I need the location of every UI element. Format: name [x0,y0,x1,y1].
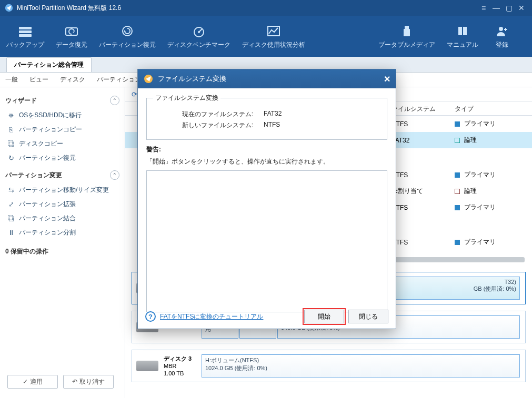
tab-partition-management[interactable]: パーティション総合管理 [6,57,92,72]
sidebar-change-title: パーティション変更⌃ [5,170,119,180]
dialog-titlebar: ファイルシステム変換 ✕ [138,69,396,88]
ribbon-backup[interactable]: バックアップ [6,24,44,49]
svg-point-7 [198,31,200,33]
backup-icon [17,24,34,38]
type-square-icon [455,205,460,210]
app-icon [4,3,14,13]
dialog-close-button[interactable]: ✕ [384,74,390,84]
titlebar: MiniTool Partition Wizard 無料版 12.6 ≡ — ▢… [0,0,532,16]
sidebar-partition-recovery[interactable]: ↻パーティション復元 [5,151,119,165]
type-square-icon [455,240,460,245]
dialog-icon [143,74,154,84]
disk3-info: ディスク 3 MBR 1.00 TB [164,355,202,377]
minimize-button[interactable]: — [490,4,503,12]
current-fs-value: FAT32 [264,110,282,119]
sidebar-merge[interactable]: ⿻パーティション結合 [5,211,119,226]
disk3-region1[interactable]: H:ボリューム(NTFS) 1024.0 GB (使用済: 0%) [202,354,520,377]
menu-general[interactable]: 一般 [5,75,18,84]
usb-icon [398,24,415,38]
maximize-button[interactable]: ▢ [503,4,515,12]
copy-disk-icon: ⿻ [6,140,16,148]
ribbon-partitionrecovery[interactable]: パーティション復元 [99,24,156,49]
start-button[interactable]: 開始 [304,310,344,323]
app-title: MiniTool Partition Wizard 無料版 12.6 [17,4,477,13]
ribbon-diskusage[interactable]: ディスク使用状況分析 [242,24,305,49]
ribbon: バックアップ データ復元 パーティション復元 ディスクベンチマーク ディスク使用… [0,16,532,57]
convert-fs-dialog: ファイルシステム変換 ✕ ファイルシステム変換 現在のファイルシステム:FAT3… [137,69,396,329]
merge-icon: ⿻ [6,215,16,222]
pending-operations: 0 保留中の操作 [5,247,119,256]
svg-rect-3 [19,34,32,37]
type-square-icon [455,121,460,127]
ribbon-datarecovery[interactable]: データ復元 [56,24,87,49]
svg-rect-10 [404,29,410,36]
dialog-legend: ファイルシステム変換 [153,94,220,103]
menu-button[interactable]: ≡ [477,4,490,12]
dialog-title: ファイルシステム変換 [158,74,226,84]
user-plus-icon [494,24,510,38]
chevron-up-icon-2[interactable]: ⌃ [110,170,119,180]
svg-rect-9 [405,26,409,29]
menu-view[interactable]: ビュー [29,75,48,84]
close-button[interactable]: ✕ [515,4,528,12]
migrate-icon: ⛯ [6,111,16,119]
svg-point-11 [499,27,503,31]
chevron-up-icon[interactable]: ⌃ [110,96,119,105]
sidebar-migrate-os[interactable]: ⛯OSをSSD/HDDに移行 [5,108,119,123]
sidebar-copy-partition[interactable]: ⎘パーティションコピー [5,123,119,137]
sidebar: ウィザード⌃ ⛯OSをSSD/HDDに移行 ⎘パーティションコピー ⿻ディスクコ… [0,87,125,398]
type-square-icon [455,138,460,143]
book-icon [454,24,471,38]
new-fs-label: 新しいファイルシステム: [153,121,264,130]
close-dialog-button[interactable]: 閉じる [348,310,388,323]
copy-partition-icon: ⎘ [6,126,16,134]
ribbon-register[interactable]: 登録 [490,24,514,49]
benchmark-icon [190,24,207,38]
diskmap-disk3[interactable]: ディスク 3 MBR 1.00 TB H:ボリューム(NTFS) 1024.0 … [132,350,526,382]
sidebar-wizard-title: ウィザード⌃ [5,96,119,105]
usage-icon [265,24,282,38]
current-fs-label: 現在のファイルシステム: [153,110,264,119]
extend-icon: ⤢ [6,200,16,208]
dialog-warn-label: 警告: [146,145,387,154]
dialog-note: 「開始」ボタンをクリックすると、操作が直ちに実行されます。 [146,157,387,166]
split-icon: ⏸ [6,229,16,237]
svg-rect-1 [19,27,32,29]
recovery-icon [63,24,80,38]
partition-recovery-icon [119,24,136,38]
ribbon-bootmedia[interactable]: ブータブルメディア [378,24,435,49]
svg-rect-2 [19,30,32,33]
ribbon-benchmark[interactable]: ディスクベンチマーク [167,24,230,49]
disk-icon [136,361,158,371]
resize-icon: ⇆ [6,186,16,194]
sidebar-extend[interactable]: ⤢パーティション拡張 [5,197,119,211]
ribbon-manual[interactable]: マニュアル [447,24,478,49]
sidebar-copy-disk[interactable]: ⿻ディスクコピー [5,137,119,151]
sidebar-split[interactable]: ⏸パーティション分割 [5,226,119,240]
type-square-icon [455,172,460,178]
apply-button[interactable]: ✓ 適用 [7,375,58,389]
dialog-fieldset: ファイルシステム変換 現在のファイルシステム:FAT32 新しいファイルシステム… [146,94,387,140]
undo-button[interactable]: ↶ 取り消す [63,375,114,389]
th-type: タイプ [450,102,532,115]
th-filesystem: ァイルシステム [387,102,450,115]
dialog-log-box [146,170,387,312]
new-fs-value: NTFS [264,121,280,130]
type-square-icon [455,189,460,194]
menu-partition[interactable]: パーティション [97,75,141,84]
tutorial-link[interactable]: FATをNTFSに変換のチュートリアル [160,312,263,321]
help-icon[interactable]: ? [145,311,156,322]
recover-icon: ↻ [6,154,16,162]
menu-disk[interactable]: ディスク [60,75,85,84]
sidebar-move-resize[interactable]: ⇆パーティション移動/サイズ変更 [5,183,119,197]
